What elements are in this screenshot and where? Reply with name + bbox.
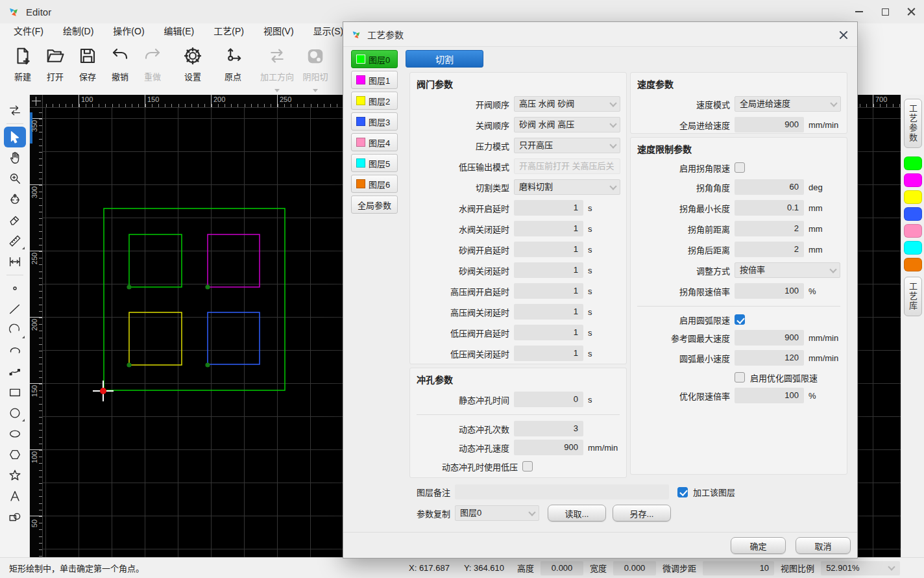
minimize-button[interactable] bbox=[846, 0, 872, 23]
read-button[interactable]: 读取... bbox=[548, 505, 606, 521]
vertex-marker bbox=[205, 284, 210, 289]
process-library-button[interactable]: 工艺库 bbox=[904, 277, 922, 316]
arc-tool[interactable] bbox=[4, 320, 26, 340]
pressure-mode-select[interactable]: 只开高压 bbox=[514, 138, 620, 153]
select-tool[interactable] bbox=[4, 127, 26, 147]
water-valve-close-delay-input[interactable]: 1 bbox=[514, 221, 583, 236]
tab-layer6[interactable]: 图层6 bbox=[351, 175, 398, 193]
lp-valve-close-delay-input[interactable]: 1 bbox=[514, 346, 583, 361]
eraser-tool[interactable] bbox=[4, 210, 26, 231]
optimized-limit-ratio-input[interactable]: 100 bbox=[735, 388, 804, 403]
hp-valve-close-delay-input[interactable]: 1 bbox=[514, 304, 583, 320]
text-tool[interactable] bbox=[4, 486, 26, 507]
open-button[interactable]: 打开 bbox=[39, 43, 71, 91]
dimension-tool[interactable] bbox=[4, 251, 26, 272]
height-input[interactable]: 0.000 bbox=[541, 561, 583, 575]
layer-color-3[interactable] bbox=[904, 207, 922, 221]
measure-tool[interactable] bbox=[4, 231, 26, 251]
step-input[interactable]: 10 bbox=[703, 561, 774, 575]
tab-layer3[interactable]: 图层3 bbox=[351, 112, 398, 131]
enable-optimized-arc-limit-checkbox[interactable] bbox=[735, 372, 745, 383]
maximize-button[interactable] bbox=[872, 0, 898, 23]
layer-color-0[interactable] bbox=[904, 157, 922, 170]
arc-min-speed-input[interactable]: 120 bbox=[735, 350, 804, 366]
star-tool[interactable] bbox=[4, 465, 26, 486]
global-feed-speed-input[interactable]: 900 bbox=[735, 117, 804, 132]
close-valve-order-select[interactable]: 砂阀 水阀 高压 bbox=[514, 117, 620, 132]
tab-layer2[interactable]: 图层2 bbox=[351, 92, 398, 110]
layer-color-6[interactable] bbox=[904, 258, 922, 271]
lp-valve-open-delay-input[interactable]: 1 bbox=[514, 325, 583, 340]
menu-view[interactable]: 视图(V) bbox=[254, 23, 304, 39]
menu-operate[interactable]: 操作(O) bbox=[103, 23, 154, 39]
origin-button[interactable]: 原点 bbox=[217, 43, 249, 91]
dynamic-punch-low-pressure-checkbox[interactable] bbox=[522, 461, 533, 471]
save-as-button[interactable]: 另存... bbox=[613, 505, 671, 521]
ok-button[interactable]: 确定 bbox=[731, 537, 786, 554]
process-this-layer-checkbox[interactable] bbox=[677, 487, 688, 497]
tab-layer0[interactable]: 图层0 bbox=[351, 50, 398, 68]
save-button[interactable]: 保存 bbox=[71, 43, 104, 91]
menu-edit[interactable]: 编辑(E) bbox=[154, 23, 204, 39]
layer-color-4[interactable] bbox=[904, 224, 922, 238]
array-copy-tool[interactable] bbox=[4, 507, 26, 527]
tab-layer1[interactable]: 图层1 bbox=[351, 71, 398, 89]
arc-segment-tool[interactable] bbox=[4, 340, 26, 361]
layer-color-5[interactable] bbox=[904, 241, 922, 255]
circle-tool[interactable] bbox=[4, 403, 26, 423]
zoom-tool[interactable] bbox=[4, 168, 26, 189]
polygon-tool[interactable] bbox=[4, 444, 26, 465]
dialog-close-icon[interactable] bbox=[836, 28, 851, 42]
menu-file[interactable]: 文件(F) bbox=[4, 23, 53, 39]
width-input[interactable]: 0.000 bbox=[613, 561, 656, 575]
cancel-button[interactable]: 取消 bbox=[796, 537, 851, 554]
tab-global-params[interactable]: 全局参数 bbox=[351, 195, 398, 214]
corner-limit-ratio-input[interactable]: 100 bbox=[735, 283, 804, 299]
dynamic-punch-speed-input[interactable]: 900 bbox=[514, 440, 583, 455]
dynamic-punch-count-input[interactable]: 3 bbox=[514, 421, 583, 436]
ref-circle-max-speed-input[interactable]: 900 bbox=[735, 330, 804, 346]
menu-process[interactable]: 工艺(P) bbox=[204, 23, 254, 39]
reorder-icon[interactable] bbox=[4, 100, 26, 121]
sand-valve-open-delay-input[interactable]: 1 bbox=[514, 242, 583, 257]
menu-draw[interactable]: 绘制(D) bbox=[53, 23, 103, 39]
hp-valve-open-delay-input[interactable]: 1 bbox=[514, 283, 583, 299]
corner-min-length-input[interactable]: 0.1 bbox=[735, 200, 804, 216]
tab-cut[interactable]: 切割 bbox=[406, 50, 483, 68]
point-tool[interactable] bbox=[4, 278, 26, 299]
move-view-tool[interactable] bbox=[4, 189, 26, 210]
zoom-select[interactable]: 52.901% bbox=[821, 561, 900, 575]
cut-type-select[interactable]: 磨料切割 bbox=[514, 179, 620, 195]
layer-color-2[interactable] bbox=[904, 190, 922, 204]
undo-button[interactable]: 撤销 bbox=[104, 43, 136, 91]
layer-note-input[interactable] bbox=[455, 484, 669, 499]
dialog-titlebar: 工艺参数 bbox=[343, 22, 857, 47]
chevron-down-icon bbox=[313, 89, 318, 92]
curve-tool[interactable] bbox=[4, 361, 26, 382]
enable-arc-limit-checkbox[interactable] bbox=[735, 314, 745, 325]
water-valve-open-delay-input[interactable]: 1 bbox=[514, 200, 583, 216]
static-punch-time-input[interactable]: 0 bbox=[514, 392, 583, 407]
adjust-mode-select[interactable]: 按倍率 bbox=[735, 262, 840, 278]
close-button[interactable] bbox=[898, 0, 924, 23]
param-copy-select[interactable]: 图层0 bbox=[455, 505, 539, 521]
open-valve-order-select[interactable]: 高压 水阀 砂阀 bbox=[514, 96, 620, 112]
sand-valve-close-delay-input[interactable]: 1 bbox=[514, 262, 583, 278]
settings-button[interactable]: 设置 bbox=[176, 43, 209, 91]
corner-post-distance-input[interactable]: 2 bbox=[735, 242, 804, 257]
new-button[interactable]: 新建 bbox=[6, 43, 39, 91]
line-tool[interactable] bbox=[4, 299, 26, 320]
enable-corner-limit-checkbox[interactable] bbox=[735, 162, 745, 173]
process-params-panel-button[interactable]: 工艺参数 bbox=[904, 99, 922, 148]
pan-tool[interactable] bbox=[4, 147, 26, 168]
rectangle-tool[interactable] bbox=[4, 382, 26, 403]
speed-mode-select[interactable]: 全局进给速度 bbox=[735, 96, 841, 112]
ellipse-tool[interactable] bbox=[4, 423, 26, 444]
corner-pre-distance-input[interactable]: 2 bbox=[735, 221, 804, 236]
layer-color-1[interactable] bbox=[904, 173, 922, 187]
tab-layer4[interactable]: 图层4 bbox=[351, 133, 398, 151]
speed-limit-panel: 速度限制参数 启用拐角限速 拐角角度60deg 拐角最小长度0.1mm 拐角前距… bbox=[630, 137, 847, 475]
corner-angle-input[interactable]: 60 bbox=[735, 179, 804, 195]
tab-layer5[interactable]: 图层5 bbox=[351, 154, 398, 172]
layer6-swatch bbox=[356, 179, 365, 188]
